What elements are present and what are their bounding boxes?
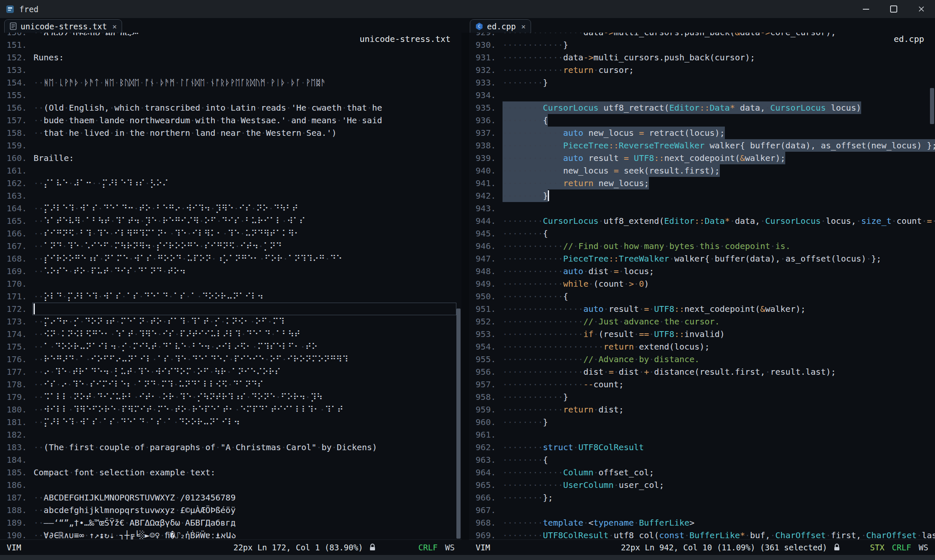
- code-line[interactable]: 153.: [0, 64, 461, 76]
- code-line[interactable]: 930.············}: [469, 39, 935, 51]
- code-line[interactable]: 940.············new_locus·=·seek(result.…: [469, 164, 935, 177]
- code-line[interactable]: 967.: [469, 504, 935, 516]
- code-line[interactable]: 963.········{: [469, 454, 935, 466]
- tab-unicode-stress-txt[interactable]: unicode-stress.txt ✕: [4, 19, 122, 33]
- code-line[interactable]: 938.············PieceTree::ReverseTreeWa…: [469, 139, 935, 152]
- code-line[interactable]: 174.··⠪⠝·⠅⠝⠪⠇⠫⠛⠑⠂·⠱⠁⠞·⠹⠻⠑·⠊⠎·⠏⠜⠞⠊⠊⠥⠇⠜⠇⠹·…: [0, 328, 461, 340]
- code-line[interactable]: 170.: [0, 277, 461, 290]
- code-line[interactable]: 158.··that·he·lived·in·the·northern·land…: [0, 127, 461, 139]
- code-line[interactable]: 932.············return·cursor;: [469, 64, 935, 76]
- code-line[interactable]: 152.Runes:: [0, 51, 461, 64]
- code-line[interactable]: 159.: [0, 139, 461, 152]
- code-line[interactable]: 936.········{: [469, 114, 935, 127]
- code-line[interactable]: 961.: [469, 428, 935, 441]
- code-line[interactable]: 951.················auto·result·=·UTF8::…: [469, 303, 935, 315]
- code-line[interactable]: 944.········CursorLocus·utf8_extend(Edit…: [469, 215, 935, 227]
- tab-close-button[interactable]: ✕: [112, 22, 117, 31]
- code-line[interactable]: 180.··⠺⠊⠇⠇·⠹⠻⠑⠋⠕⠗⠑·⠏⠻⠍⠊⠞·⠍⠑·⠞⠕·⠗⠑⠏⠑⠁⠞⠂·⠑…: [0, 403, 461, 416]
- tab-close-button[interactable]: ✕: [521, 22, 526, 31]
- code-line[interactable]: 959.············return·dist;: [469, 403, 935, 416]
- code-line[interactable]: 182.: [0, 428, 461, 441]
- code-line[interactable]: 173.··⡍⠔⠙⠖·⡊·⠙⠕⠝⠰⠞·⠍⠑⠁⠝·⠞⠕·⠎⠁⠹·⠹⠁⠞·⡊·⠅⠝⠪…: [0, 315, 461, 328]
- code-line[interactable]: 162.··⡌⠁⠧⠑·⠼⠁⠒··⡍⠜⠇⠑⠹⠰⠎·⡣⠕⠌: [0, 177, 461, 189]
- code-line[interactable]: 176.··⠗⠑⠛⠜⠙·⠁·⠊⠕⠋⠋⠔⠤⠝⠁⠊⠇·⠁⠎·⠹⠑·⠙⠑⠁⠙⠑⠌·⠏⠊…: [0, 353, 461, 366]
- code-line[interactable]: 190.··∀∂∈ℝ∧∪≡∞·↑↗↨↻⇣·┐┼╔╘░►☺♀·ﬁ�⑀₂ἠḂӥẄɐː…: [0, 529, 461, 539]
- code-line[interactable]: 187.··ABCDEFGHIJKLMNOPQRSTUVWXYZ·/012345…: [0, 491, 461, 504]
- code-line[interactable]: 960.········}: [469, 416, 935, 428]
- code-line[interactable]: 164.··⡍⠜⠇⠑⠹·⠺⠁⠎·⠙⠑⠁⠙⠒·⠞⠕·⠃⠑⠛⠔·⠺⠊⠹⠲·⡹⠻⠑·⠊…: [0, 202, 461, 215]
- code-line[interactable]: 937.············auto·new_locus·=·retract…: [469, 127, 935, 139]
- code-line[interactable]: 966.········};: [469, 491, 935, 504]
- code-line[interactable]: 168.··⡎⠊⠗⠕⠕⠛⠑⠰⠎·⠝⠁⠍⠑·⠺⠁⠎·⠛⠕⠕⠙·⠥⠏⠕⠝·⠰⡡⠁⠝⠛…: [0, 252, 461, 265]
- code-line[interactable]: 954.····················return·extend(lo…: [469, 340, 935, 353]
- code-line[interactable]: 956.················dist·=·dist·+·distan…: [469, 366, 935, 378]
- tab-row: unicode-stress.txt ✕ C ed.cpp ✕: [0, 18, 935, 33]
- code-line[interactable]: 964.············Column·offset_col;: [469, 466, 935, 479]
- code-line[interactable]: 968.········template·<typename·BufferLik…: [469, 516, 935, 529]
- code-line[interactable]: 155.: [0, 89, 461, 101]
- code-line[interactable]: 945.········{: [469, 227, 935, 240]
- code-line[interactable]: 942.········}: [469, 189, 935, 202]
- code-line[interactable]: 952.················//·Just·advance·the·…: [469, 315, 935, 328]
- code-line[interactable]: 160.Braille:: [0, 152, 461, 164]
- minimize-button[interactable]: [852, 0, 880, 18]
- scrollbar-thumb[interactable]: [930, 88, 934, 124]
- code-line[interactable]: 948.············auto·dist·=·locus;: [469, 265, 935, 277]
- left-editor-pane[interactable]: 150.··እግርህን·በፍራሽህ·ልክ·ዘርጋ።151.152.Runes:1…: [0, 33, 461, 539]
- code-line[interactable]: 154.··ᚻᛖ·ᚳᚹᚫᚦ·ᚦᚫᛏ·ᚻᛖ·ᛒᚢᛞᛖ·ᚩᚾ·ᚦᚫᛗ·ᛚᚪᚾᛞᛖ·ᚾ…: [0, 76, 461, 89]
- close-icon: [918, 6, 925, 12]
- code-line[interactable]: 955.················//·Advance·by·distan…: [469, 353, 935, 366]
- code-line[interactable]: 189.··–—‘“”„†•…‰™œŠŸž€·ΑΒΓΔΩαβγδω·АБВГДа…: [0, 516, 461, 529]
- code-line[interactable]: 184.: [0, 454, 461, 466]
- code-line[interactable]: 969.········UTF8ColResult·utf8_col(const…: [469, 529, 935, 539]
- tab-ed-cpp[interactable]: C ed.cpp ✕: [470, 19, 531, 33]
- code-line[interactable]: 188.··abcdefghijklmnopqrstuvwxyz·£©µÀÆÖÞ…: [0, 504, 461, 516]
- code-line[interactable]: 946.············//·Find·out·how·many·byt…: [469, 240, 935, 252]
- code-line[interactable]: 181.··⡍⠜⠇⠑⠹·⠺⠁⠎·⠁⠎·⠙⠑⠁⠙·⠁⠎·⠁·⠙⠕⠕⠗⠤⠝⠁⠊⠇⠲: [0, 416, 461, 428]
- code-line[interactable]: 179.··⠩⠁⠇⠇·⠝⠕⠞·⠙⠊⠌⠥⠗⠃·⠊⠞⠂·⠕⠗·⠹⠑·⡊⠳⠝⠞⠗⠹⠰⠎…: [0, 391, 461, 403]
- code-line[interactable]: 165.··⠱⠁⠞⠑⠧⠻·⠁⠃⠳⠞·⠹⠁⠞⠲·⡹⠑·⠗⠑⠛⠊⠌⠻·⠕⠋·⠙⠊⠎·…: [0, 215, 461, 227]
- line-number: 955.: [469, 353, 503, 366]
- scrollbar-track[interactable]: [929, 33, 935, 539]
- code-line[interactable]: 947.············PieceTree::TreeWalker·wa…: [469, 252, 935, 265]
- code-line[interactable]: 965.············UserColumn·user_col;: [469, 479, 935, 491]
- code-line[interactable]: 167.··⠁⠝⠙·⠹⠑·⠡⠊⠑⠋·⠍⠳⠗⠝⠻⠲·⡎⠊⠗⠕⠕⠛⠑·⠎⠊⠛⠝⠫·⠊…: [0, 240, 461, 252]
- code-line[interactable]: 172.: [0, 303, 461, 315]
- code-line[interactable]: 178.··⠊⠎·⠔·⠹⠑·⠎⠊⠍⠊⠇⠑⠆·⠁⠝⠙·⠍⠹·⠥⠝⠙⠁⠇⠇⠪⠫·⠙⠁…: [0, 378, 461, 391]
- code-line[interactable]: 962.········struct·UTF8ColResult: [469, 441, 935, 454]
- scrollbar-track[interactable]: [456, 33, 461, 539]
- close-button[interactable]: [907, 0, 935, 18]
- code-line[interactable]: 953.················if·(result·==·UTF8::…: [469, 328, 935, 340]
- code-line[interactable]: 957.················--count;: [469, 378, 935, 391]
- maximize-button[interactable]: [880, 0, 907, 18]
- code-line[interactable]: 958.············}: [469, 391, 935, 403]
- code-line[interactable]: 931.············data->multi_cursors.push…: [469, 51, 935, 64]
- code-line[interactable]: 939.············auto·result·=·UTF8::next…: [469, 152, 935, 164]
- line-number: 177.: [0, 366, 34, 378]
- code-line[interactable]: 950.············{: [469, 290, 935, 303]
- code-line[interactable]: 941.············return·new_locus;: [469, 177, 935, 189]
- code-line[interactable]: 161.: [0, 164, 461, 177]
- code-line[interactable]: 934.: [469, 89, 935, 101]
- code-line[interactable]: 156.··(Old·English,·which·transcribed·in…: [0, 101, 461, 114]
- code-line[interactable]: 943.: [469, 202, 935, 215]
- code-line[interactable]: 169.··⠡⠕⠎⠑·⠞⠕·⠏⠥⠞·⠙⠊⠎·⠙⠁⠝⠙·⠞⠕⠲: [0, 265, 461, 277]
- code-line[interactable]: 175.··⠁·⠙⠕⠕⠗⠤⠝⠁⠊⠇⠲·⡊·⠍⠊⠣⠞·⠙⠁⠧⠑·⠃⠑⠲·⠔⠊⠇⠔⠫…: [0, 340, 461, 353]
- code-line[interactable]: 186.: [0, 479, 461, 491]
- code-line[interactable]: 933.········}: [469, 76, 935, 89]
- code-line[interactable]: 935.········CursorLocus·utf8_retract(Edi…: [469, 101, 935, 114]
- pane-divider[interactable]: [461, 33, 469, 539]
- line-number: 157.: [0, 114, 34, 127]
- code-line[interactable]: 177.··⠔·⠹⠑·⠞⠗⠁⠙⠑⠲·⡃⠥⠞·⠹⠑·⠺⠊⠎⠙⠕⠍·⠕⠋·⠳⠗·⠁⠝…: [0, 366, 461, 378]
- right-editor-pane[interactable]: 929.················data->multi_cursors.…: [469, 33, 935, 539]
- code-line[interactable]: 166.··⠎⠊⠛⠝⠫·⠃⠹·⠹⠑·⠊⠇⠻⠛⠹⠍⠁⠝⠂·⠹⠑·⠊⠇⠻⠅⠂·⠹⠑·…: [0, 227, 461, 240]
- code-line[interactable]: 183.··(The·first·couple·of·paragraphs·of…: [0, 441, 461, 454]
- code-line[interactable]: 185.Compact·font·selection·example·text:: [0, 466, 461, 479]
- scrollbar-thumb[interactable]: [456, 309, 461, 539]
- code-line[interactable]: 157.··bude·thaem·lande·northweardum·with…: [0, 114, 461, 127]
- code-line[interactable]: 929.················data->multi_cursors.…: [469, 33, 935, 39]
- code-line[interactable]: 171.··⡕⠇⠙·⡍⠜⠇⠑⠹·⠺⠁⠎·⠁⠎·⠙⠑⠁⠙·⠁⠎·⠁·⠙⠕⠕⠗⠤⠝⠁…: [0, 290, 461, 303]
- code-line[interactable]: 949.············while·(count·>·0): [469, 277, 935, 290]
- text-cursor: [34, 303, 35, 314]
- code-line[interactable]: 163.: [0, 189, 461, 202]
